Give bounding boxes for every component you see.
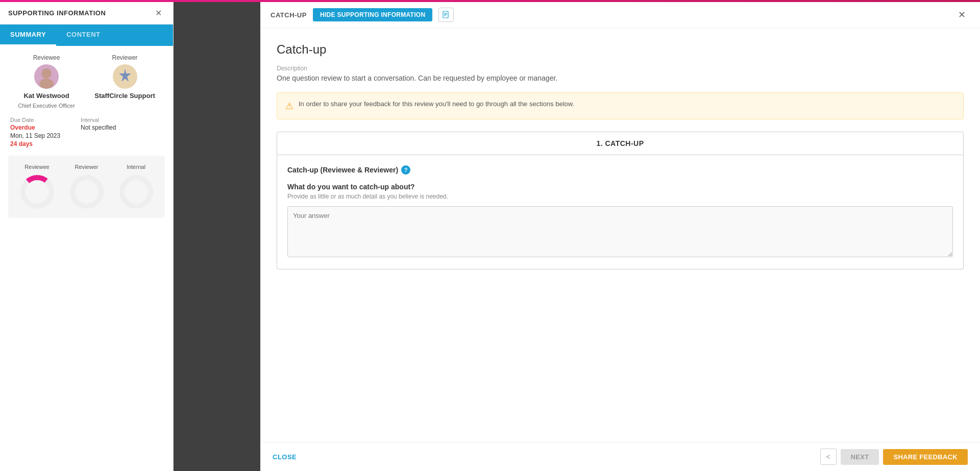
reviewee-donut-chart bbox=[19, 174, 55, 210]
charts-row: Reviewee Reviewer Internal bbox=[8, 156, 165, 218]
warning-icon: ⚠ bbox=[285, 101, 293, 112]
persons-row: Reviewee Kat Westwood Chief Executive Of… bbox=[8, 54, 165, 109]
reviewee-label: Reviewee bbox=[33, 54, 60, 61]
svg-point-0 bbox=[41, 68, 52, 79]
due-date-label: Due Date bbox=[10, 117, 60, 123]
interval-col: Interval Not specified bbox=[81, 117, 116, 147]
warning-box: ⚠ In order to share your feedback for th… bbox=[277, 92, 964, 119]
reviewee-chart-col: Reviewee bbox=[19, 164, 55, 210]
dark-overlay bbox=[174, 2, 260, 471]
subsection-title: Catch-up (Reviewee & Reviewer) ? bbox=[287, 165, 953, 175]
footer-left: CLOSE bbox=[273, 453, 297, 461]
overdue-days: 24 days bbox=[10, 140, 60, 147]
tab-content[interactable]: CONTENT bbox=[56, 24, 110, 46]
reviewer-donut-chart bbox=[69, 174, 105, 210]
due-date-col: Due Date Overdue Mon, 11 Sep 2023 24 day… bbox=[10, 117, 60, 147]
summary-content: Reviewee Kat Westwood Chief Executive Of… bbox=[0, 46, 173, 226]
svg-point-10 bbox=[129, 185, 143, 199]
tab-summary[interactable]: SUMMARY bbox=[0, 24, 56, 46]
reviewee-col: Reviewee Kat Westwood Chief Executive Of… bbox=[18, 54, 75, 109]
reviewer-avatar bbox=[113, 64, 137, 89]
section-body: Catch-up (Reviewee & Reviewer) ? What do… bbox=[277, 155, 964, 269]
modal-close-button[interactable]: ✕ bbox=[954, 7, 970, 22]
hide-supporting-info-button[interactable]: HIDE SUPPORTING INFORMATION bbox=[313, 8, 433, 21]
warning-text: In order to share your feedback for this… bbox=[299, 100, 574, 108]
left-panel: SUPPORTING INFORMATION ✕ SUMMARY CONTENT… bbox=[0, 2, 174, 471]
left-panel-header: SUPPORTING INFORMATION ✕ bbox=[0, 2, 173, 24]
modal-footer: CLOSE < NEXT SHARE FEEDBACK bbox=[260, 442, 980, 471]
pdf-export-button[interactable] bbox=[438, 8, 454, 22]
reviewer-name: StaffCircle Support bbox=[94, 92, 155, 100]
main-modal: CATCH-UP HIDE SUPPORTING INFORMATION ✕ C… bbox=[260, 2, 980, 471]
description-text: One question review to start a conversat… bbox=[277, 74, 964, 82]
close-link[interactable]: CLOSE bbox=[273, 453, 297, 461]
internal-donut-chart bbox=[118, 174, 154, 210]
svg-point-6 bbox=[30, 185, 44, 199]
modal-header-left: CATCH-UP HIDE SUPPORTING INFORMATION bbox=[271, 8, 454, 22]
pdf-icon bbox=[442, 11, 450, 19]
svg-point-8 bbox=[80, 185, 94, 199]
reviewee-name: Kat Westwood bbox=[23, 92, 69, 100]
due-interval-row: Due Date Overdue Mon, 11 Sep 2023 24 day… bbox=[8, 117, 165, 147]
question-hint: Provide as little or as much detail as y… bbox=[287, 193, 953, 200]
panel-title: SUPPORTING INFORMATION bbox=[8, 9, 106, 17]
footer-right: < NEXT SHARE FEEDBACK bbox=[820, 449, 968, 465]
question-label: What do you want to catch-up about? bbox=[287, 183, 953, 191]
description-label: Description bbox=[277, 65, 964, 72]
due-date-value: Mon, 11 Sep 2023 bbox=[10, 132, 60, 139]
modal-header-label: CATCH-UP bbox=[271, 11, 307, 19]
tabs-row: SUMMARY CONTENT bbox=[0, 24, 173, 46]
panel-close-button[interactable]: ✕ bbox=[152, 7, 165, 19]
section-header: 1. CATCH-UP bbox=[277, 132, 964, 155]
internal-chart-col: Internal bbox=[118, 164, 154, 210]
internal-chart-label: Internal bbox=[127, 164, 145, 170]
reviewee-role: Chief Executive Officer bbox=[18, 103, 75, 109]
reviewer-label: Reviewer bbox=[112, 54, 138, 61]
answer-textarea[interactable] bbox=[287, 206, 953, 257]
reviewee-avatar bbox=[34, 64, 59, 89]
modal-header: CATCH-UP HIDE SUPPORTING INFORMATION ✕ bbox=[260, 2, 980, 28]
reviewer-chart-col: Reviewer bbox=[69, 164, 105, 210]
subsection-title-text: Catch-up (Reviewee & Reviewer) bbox=[287, 166, 398, 174]
share-feedback-button[interactable]: SHARE FEEDBACK bbox=[883, 449, 968, 465]
interval-label: Interval bbox=[81, 117, 116, 123]
next-button[interactable]: NEXT bbox=[841, 449, 879, 465]
modal-body: Catch-up Description One question review… bbox=[260, 28, 980, 442]
interval-value: Not specified bbox=[81, 124, 116, 131]
reviewee-chart-label: Reviewee bbox=[24, 164, 49, 170]
reviewer-chart-label: Reviewer bbox=[75, 164, 99, 170]
modal-title: Catch-up bbox=[277, 42, 964, 57]
reviewer-col: Reviewer StaffCircle Support bbox=[94, 54, 155, 109]
prev-button[interactable]: < bbox=[820, 449, 837, 465]
help-icon[interactable]: ? bbox=[401, 165, 410, 175]
overdue-badge: Overdue bbox=[10, 124, 60, 131]
svg-point-1 bbox=[39, 79, 54, 89]
